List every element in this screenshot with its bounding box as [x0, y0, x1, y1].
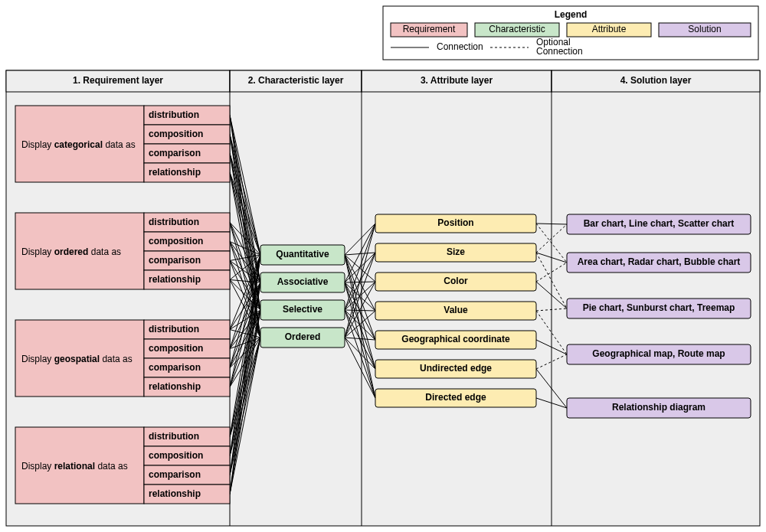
attribute-label: Color [444, 276, 468, 286]
legend-item-requirement: Requirement [403, 24, 456, 34]
header-4: 4. Solution layer [620, 75, 692, 86]
requirement-sub-label: relationship [149, 488, 201, 499]
requirement-label: Display categorical data as [21, 139, 136, 150]
requirement-sub-label: composition [149, 450, 203, 461]
attribute-label: Value [444, 305, 468, 315]
requirement-sub-label: relationship [149, 274, 201, 285]
requirement-sub-label: composition [149, 236, 203, 246]
characteristic-label: Associative [277, 276, 329, 287]
attribute-label: Geographical coordinate [401, 334, 510, 344]
solution-label: Area chart, Radar chart, Bubble chart [578, 256, 741, 267]
legend-title: Legend [555, 9, 588, 20]
requirement-label: Display relational data as [21, 461, 128, 472]
header-1: 1. Requirement layer [73, 75, 163, 86]
characteristic-label: Selective [283, 304, 322, 315]
attribute-label: Undirected edge [420, 363, 492, 374]
solution-label: Relationship diagram [612, 402, 705, 413]
requirement-sub-label: comparison [149, 255, 201, 266]
solution-label: Pie chart, Sunburst chart, Treemap [583, 302, 735, 313]
requirement-sub-label: composition [149, 343, 203, 354]
requirement-sub-label: comparison [149, 148, 201, 158]
legend-item-solution: Solution [688, 24, 721, 34]
attribute-label: Position [437, 217, 473, 228]
requirement-label: Display geospatial data as [21, 354, 133, 364]
requirement-sub-label: distribution [149, 431, 199, 442]
header-2: 2. Characteristic layer [248, 75, 344, 86]
legend-optional-2: Connection [536, 46, 583, 57]
requirement-sub-label: relationship [149, 167, 201, 178]
solution-label: Geographical map, Route map [592, 348, 725, 359]
requirement-label: Display ordered data as [21, 246, 121, 257]
header-3: 3. Attribute layer [421, 75, 493, 86]
legend: Legend Requirement Characteristic Attrib… [383, 6, 758, 60]
requirement-sub-label: distribution [149, 217, 199, 227]
characteristic-label: Quantitative [276, 249, 329, 259]
attribute-label: Directed edge [425, 392, 486, 403]
requirement-sub-label: relationship [149, 381, 201, 392]
legend-connection: Connection [437, 41, 483, 52]
requirement-sub-label: distribution [149, 109, 199, 120]
requirement-sub-label: comparison [149, 469, 201, 480]
requirement-sub-label: comparison [149, 362, 201, 373]
legend-item-characteristic: Characteristic [489, 24, 545, 34]
legend-item-attribute: Attribute [592, 24, 627, 34]
attribute-label: Size [447, 246, 465, 257]
requirement-sub-label: distribution [149, 324, 199, 335]
requirement-sub-label: composition [149, 129, 203, 139]
characteristic-label: Ordered [285, 331, 321, 342]
solution-label: Bar chart, Line chart, Scatter chart [584, 218, 735, 229]
